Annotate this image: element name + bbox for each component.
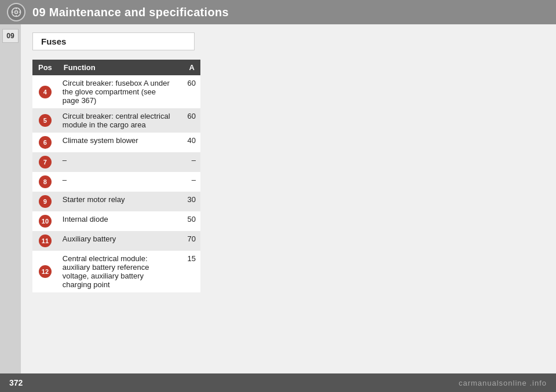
table-row: 9Starter motor relay30 — [32, 192, 200, 211]
pos-cell: 9 — [32, 192, 58, 211]
pos-cell: 4 — [32, 75, 58, 108]
pos-badge: 11 — [39, 235, 52, 247]
content-area: Fuses Pos Function A 4Circuit breaker: f… — [21, 24, 556, 373]
page-number: 372 — [9, 378, 23, 387]
ampere-cell: 50 — [177, 211, 200, 231]
col-header-pos: Pos — [32, 60, 58, 75]
table-row: 8–– — [32, 172, 200, 192]
pos-cell: 10 — [32, 211, 58, 231]
fuse-table: Pos Function A 4Circuit breaker: fusebox… — [32, 60, 200, 292]
function-cell: Climate system blower — [58, 133, 177, 152]
table-row: 12Central electrical module: auxiliary b… — [32, 251, 200, 292]
pos-badge: 6 — [39, 136, 52, 149]
pos-badge: 5 — [39, 114, 52, 127]
page-title: 09 Maintenance and specifications — [32, 6, 229, 19]
ampere-cell: 40 — [177, 133, 200, 152]
section-icon — [7, 3, 25, 21]
brand-label: carmanualsonline .info — [459, 379, 547, 387]
pos-cell: 6 — [32, 133, 58, 152]
ampere-cell: 15 — [177, 251, 200, 292]
table-row: 10Internal diode50 — [32, 211, 200, 231]
table-row: 4Circuit breaker: fusebox A under the gl… — [32, 75, 200, 108]
pos-cell: 8 — [32, 172, 58, 192]
col-header-function: Function — [58, 60, 177, 75]
function-cell: Auxiliary battery — [58, 231, 177, 251]
pos-cell: 5 — [32, 108, 58, 133]
pos-badge: 12 — [39, 265, 52, 278]
page-header: 09 Maintenance and specifications — [0, 0, 556, 24]
table-row: 6Climate system blower40 — [32, 133, 200, 152]
sidebar-tab-09: 09 — [2, 29, 19, 43]
ampere-cell: 60 — [177, 108, 200, 133]
ampere-cell: 60 — [177, 75, 200, 108]
pos-badge: 9 — [39, 195, 52, 208]
pos-badge: 10 — [39, 215, 52, 228]
section-title: Fuses — [32, 32, 195, 50]
function-cell: – — [58, 152, 177, 172]
ampere-cell: – — [177, 152, 200, 172]
function-cell: – — [58, 172, 177, 192]
main-content: 09 Fuses Pos Function A 4Circuit breaker… — [0, 24, 556, 373]
table-row: 11Auxiliary battery70 — [32, 231, 200, 251]
ampere-cell: 30 — [177, 192, 200, 211]
function-cell: Circuit breaker: central electrical modu… — [58, 108, 177, 133]
function-cell: Circuit breaker: fusebox A under the glo… — [58, 75, 177, 108]
function-cell: Central electrical module: auxiliary bat… — [58, 251, 177, 292]
sidebar: 09 — [0, 24, 21, 373]
page-footer: 372 carmanualsonline .info — [0, 373, 556, 392]
svg-point-1 — [15, 11, 18, 14]
pos-badge: 4 — [39, 86, 52, 98]
ampere-cell: – — [177, 172, 200, 192]
table-row: 5Circuit breaker: central electrical mod… — [32, 108, 200, 133]
function-cell: Internal diode — [58, 211, 177, 231]
pos-badge: 8 — [39, 175, 52, 188]
pos-badge: 7 — [39, 156, 52, 168]
table-header-row: Pos Function A — [32, 60, 200, 75]
function-cell: Starter motor relay — [58, 192, 177, 211]
pos-cell: 11 — [32, 231, 58, 251]
ampere-cell: 70 — [177, 231, 200, 251]
table-row: 7–– — [32, 152, 200, 172]
pos-cell: 7 — [32, 152, 58, 172]
pos-cell: 12 — [32, 251, 58, 292]
col-header-a: A — [177, 60, 200, 75]
